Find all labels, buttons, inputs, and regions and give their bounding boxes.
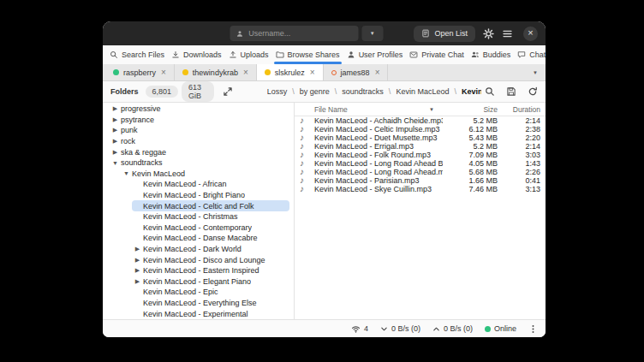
file-row[interactable]: ♪Kevin MacLeod - Duet Musette.mp35.43 MB… [295,134,546,142]
user-tab-james88[interactable]: james88× [324,64,389,80]
user-tab-thewindykrab[interactable]: thewindykrab× [175,64,257,80]
triangle-right-icon[interactable]: ▶ [110,127,121,134]
tab-search-files[interactable]: Search Files [106,45,168,64]
file-duration: 2:26 [498,168,540,176]
file-name: Kevin MacLeod - Long Road Ahead B.mp3 [314,159,443,168]
search-folder-button[interactable] [485,86,495,97]
tree-item-kevin-macleod-celtic-and-folk[interactable]: Kevin MacLeod - Celtic and Folk [103,200,294,211]
tab-downloads[interactable]: Downloads [168,45,225,64]
tree-row-body: ▶Kevin MacLeod - Eastern Inspired [132,265,289,276]
close-tab-icon[interactable]: × [375,68,380,77]
username-input[interactable]: Username... [230,26,358,41]
breadcrumb-item[interactable]: Lossy [267,87,288,96]
breadcrumb-item[interactable]: Kevin MacLeod [396,87,449,96]
breadcrumb-separator: \ [454,87,456,96]
file-row[interactable]: ♪Kevin MacLeod - Errigal.mp35.2 MB2:14 [295,142,546,151]
connection-status[interactable]: Online [485,324,516,333]
file-row[interactable]: ♪Kevin MacLeod - Long Road Ahead B.mp34.… [295,159,546,168]
column-header-duration[interactable]: Duration [498,105,540,114]
file-row[interactable]: ♪Kevin MacLeod - Folk Round.mp37.09 MB3:… [295,151,546,159]
music-note-icon: ♪ [300,185,314,193]
tree-item-kevin-macleod-elegant-piano[interactable]: ▶Kevin MacLeod - Elegant Piano [103,276,294,288]
tree-item-kevin-macleod-everything-else[interactable]: Kevin MacLeod - Everything Else [103,298,294,309]
file-row[interactable]: ♪Kevin MacLeod - Celtic Impulse.mp36.12 … [295,125,546,134]
folder-tree: ▶progressive▶psytrance▶punk▶rock▶ska & r… [103,103,295,319]
tree-item-progressive[interactable]: ▶progressive [103,104,294,115]
tree-item-kevin-macleod-dark-world[interactable]: ▶Kevin MacLeod - Dark World [103,244,294,255]
tree-item-kevin-macleod-experimental[interactable]: Kevin MacLeod - Experimental [103,308,294,319]
tree-item-kevin-macleod-epic[interactable]: Kevin MacLeod - Epic [103,287,294,298]
connections-indicator[interactable]: 4 [351,324,368,334]
triangle-down-icon[interactable]: ▼ [121,170,132,176]
save-list-button[interactable] [506,86,516,97]
tree-item-kevin-macleod-contemporary[interactable]: Kevin MacLeod - Contemporary [103,223,294,234]
triangle-right-icon[interactable]: ▶ [132,257,143,264]
close-tab-icon[interactable]: × [310,68,315,77]
column-header-size[interactable]: Size [443,105,498,114]
triangle-right-icon[interactable]: ▶ [132,267,143,274]
tree-row-body: ▶psytrance [110,115,289,126]
tab-browse-shares[interactable]: Browse Shares [272,45,343,64]
breadcrumb-item[interactable]: soundtracks [342,87,384,96]
triangle-down-icon[interactable]: ▼ [110,160,121,166]
tree-item-kevin-macleod-african[interactable]: Kevin MacLeod - African [103,179,294,190]
download-rate[interactable]: 0 B/s (0) [380,324,420,333]
close-tab-icon[interactable]: × [243,68,248,77]
status-away-icon [182,69,188,75]
tree-item-kevin-macleod-danse-macabre[interactable]: Kevin MacLeod - Danse Macabre [103,233,294,244]
tree-item-psytrance[interactable]: ▶psytrance [103,115,294,126]
statusbar-menu-icon[interactable] [528,324,538,334]
tree-item-kevin-macleod-bright-piano[interactable]: Kevin MacLeod - Bright Piano [103,190,294,201]
upload-rate[interactable]: 0 B/s (0) [432,324,473,333]
tab-buddies[interactable]: Buddies [468,45,515,64]
triangle-right-icon[interactable]: ▶ [132,278,143,285]
download-arrow-icon [380,325,388,333]
tree-item-kevin-macleod-disco-and-lounge[interactable]: ▶Kevin MacLeod - Disco and Lounge [103,254,294,265]
folder-label: punk [121,126,138,134]
tab-chat-rooms[interactable]: Chat Rooms [514,45,546,64]
triangle-right-icon[interactable]: ▶ [110,116,121,123]
file-row[interactable]: ♪Kevin MacLeod - Long Road Ahead.mp35.68… [295,168,546,176]
close-tab-icon[interactable]: × [161,68,166,77]
folder-label: Kevin MacLeod - Celtic and Folk [143,202,254,211]
tab-uploads[interactable]: Uploads [225,45,272,64]
breadcrumb-item[interactable]: by genre [300,87,330,96]
tree-item-kevin-macleod-eastern-inspired[interactable]: ▶Kevin MacLeod - Eastern Inspired [103,265,294,276]
column-filter-caret-icon[interactable]: ▼ [429,107,443,112]
column-header-file-name[interactable]: File Name ▼ [300,105,443,114]
tree-item-soundtracks[interactable]: ▼soundtracks [103,157,294,169]
open-list-button[interactable]: Open List [414,26,475,42]
file-duration: 2:20 [498,134,540,142]
user-tab-label: james88 [341,68,370,77]
tree-item-rock[interactable]: ▶rock [103,136,294,147]
file-row[interactable]: ♪Kevin MacLeod - Skye Cuillin.mp37.46 MB… [295,185,546,193]
tree-item-punk[interactable]: ▶punk [103,125,294,136]
expand-view-button[interactable] [223,86,233,97]
file-size: 1.66 MB [443,176,498,185]
folder-label: rock [121,137,135,145]
triangle-right-icon[interactable]: ▶ [110,149,121,156]
folder-label: Kevin MacLeod - Christmas [143,212,238,221]
triangle-right-icon[interactable]: ▶ [132,246,143,252]
triangle-right-icon[interactable]: ▶ [110,138,121,145]
tree-item-ska-reggae[interactable]: ▶ska & reggae [103,146,294,157]
triangle-right-icon[interactable]: ▶ [110,105,121,112]
tree-row-body: Kevin MacLeod - Contemporary [132,223,289,234]
user-tab-raspberry[interactable]: raspberry× [105,64,175,80]
tab-overflow-button[interactable]: ▼ [525,70,546,75]
username-dropdown-button[interactable]: ▼ [361,26,383,41]
tab-user-profiles[interactable]: User Profiles [343,45,407,64]
file-duration: 3:03 [498,151,540,159]
tree-row-body: ▶rock [110,136,289,147]
hamburger-menu-icon[interactable] [502,28,513,39]
refresh-button[interactable] [528,86,538,97]
user-tab-slskrulez[interactable]: slskrulez× [257,64,324,80]
tree-item-kevin-macleod-christmas[interactable]: Kevin MacLeod - Christmas [103,211,294,223]
gear-icon[interactable] [483,28,494,39]
breadcrumb-current[interactable]: Kevin MacLeod - Celtic and Folk▼ [462,87,481,96]
tab-private-chat[interactable]: Private Chat [406,45,468,64]
file-row[interactable]: ♪Kevin MacLeod - Parisian.mp31.66 MB0:41 [295,176,546,185]
window-close-button[interactable]: × [523,27,538,41]
tree-item-kevin-macleod[interactable]: ▼Kevin MacLeod [103,169,294,180]
file-row[interactable]: ♪Kevin MacLeod - Achaidh Cheide.mp35.2 M… [295,116,546,125]
